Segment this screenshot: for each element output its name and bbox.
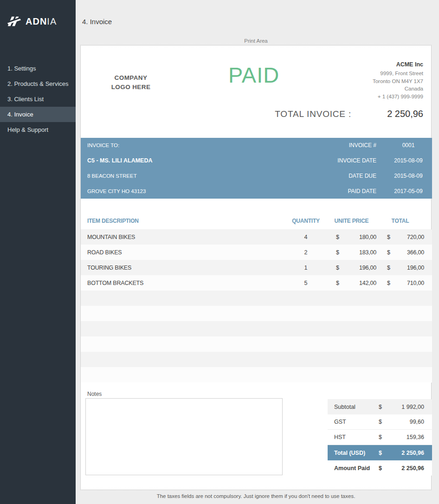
- item-row-empty[interactable]: [81, 352, 432, 367]
- logo-placeholder-line2: LOGO HERE: [94, 83, 168, 92]
- notes-label: Notes: [87, 391, 102, 397]
- company-info-block: ACME Inc 9999, Front Street Toronto ON M…: [373, 61, 423, 100]
- hst-value[interactable]: 159,36: [393, 434, 432, 440]
- date-due-value[interactable]: 2015-08-09: [385, 168, 432, 184]
- item-unit-price-cell[interactable]: $180,00: [327, 234, 376, 240]
- item-row[interactable]: ROAD BIKES 2 $183,00 $366,00: [81, 245, 432, 260]
- item-total-cell: $710,00: [376, 280, 424, 286]
- sidebar-item-clients-list[interactable]: 3. Clients List: [0, 91, 76, 107]
- item-row-empty[interactable]: [81, 291, 432, 306]
- item-quantity-cell[interactable]: 1: [285, 265, 327, 271]
- app-logo: ADNIA: [0, 0, 76, 27]
- item-description-cell[interactable]: MOUNTAIN BIKES: [81, 234, 285, 240]
- item-description-cell[interactable]: ROAD BIKES: [81, 249, 285, 256]
- currency-symbol: $: [376, 234, 390, 240]
- item-description-cell[interactable]: TOURING BIKES: [81, 265, 285, 271]
- subtotal-row: Subtotal $ 1 992,00: [328, 399, 432, 414]
- logo-placeholder-line1: COMPANY: [94, 73, 168, 83]
- item-row-empty[interactable]: [81, 367, 432, 382]
- invoice-date-label: INVOICE DATE: [266, 153, 376, 168]
- page-title: 4. Invoice: [82, 18, 112, 26]
- item-unit-price-cell[interactable]: $196,00: [327, 265, 376, 271]
- col-header-unit-price: UNITE PRICE: [327, 218, 376, 224]
- items-table-rows: MOUNTAIN BIKES 4 $180,00 $720,00 ROAD BI…: [81, 229, 432, 382]
- taxes-footer-note: The taxes fields are not compulsory. Jus…: [80, 493, 432, 499]
- total-usd-row: Total (USD) $ 2 250,96: [328, 445, 432, 460]
- currency-symbol: $: [376, 280, 390, 286]
- item-description-cell[interactable]: BOTTOM BRACKETS: [81, 280, 285, 286]
- items-table-header: ITEM DESCRIPTION QUANTITY UNITE PRICE TO…: [81, 214, 432, 228]
- currency-symbol: $: [379, 419, 393, 425]
- item-total-cell: $720,00: [376, 234, 424, 240]
- band-row: 8 BEACON STREET DATE DUE 2015-08-09: [81, 168, 432, 184]
- notes-input[interactable]: [85, 398, 283, 475]
- gst-value[interactable]: 99,60: [393, 419, 432, 425]
- company-name: ACME Inc: [373, 61, 423, 68]
- currency-symbol: $: [327, 249, 339, 256]
- gst-row: GST $ 99,60: [328, 414, 432, 430]
- company-address-line: Canada: [373, 85, 423, 93]
- unit-price-value: 142,00: [359, 280, 376, 286]
- total-invoice-value: 2 250,96: [387, 109, 423, 119]
- item-row[interactable]: MOUNTAIN BIKES 4 $180,00 $720,00: [81, 229, 432, 245]
- item-row[interactable]: TOURING BIKES 1 $196,00 $196,00: [81, 260, 432, 275]
- item-total-cell: $366,00: [376, 249, 424, 256]
- date-due-label: DATE DUE: [266, 168, 376, 184]
- item-row[interactable]: BOTTOM BRACKETS 5 $142,00 $710,00: [81, 275, 432, 291]
- total-usd-label: Total (USD): [328, 450, 379, 456]
- col-header-item-description: ITEM DESCRIPTION: [81, 218, 285, 224]
- currency-symbol: $: [379, 404, 393, 410]
- invoice-date-value[interactable]: 2015-08-09: [385, 153, 432, 168]
- currency-symbol: $: [327, 265, 339, 271]
- sidebar-item-help-support[interactable]: Help & Support: [0, 122, 76, 137]
- currency-symbol: $: [376, 265, 390, 271]
- item-quantity-cell[interactable]: 4: [285, 234, 327, 240]
- unit-price-value: 183,00: [359, 249, 376, 256]
- sidebar-item-settings[interactable]: 1. Settings: [0, 61, 76, 76]
- company-phone: + 1 (437) 999-9999: [373, 93, 423, 101]
- col-header-total: TOTAL: [376, 218, 424, 224]
- bill-to-band: INVOICE TO: INVOICE # 0001 C5 - MS. LILI…: [81, 138, 432, 199]
- line-total-value: 366,00: [407, 249, 424, 256]
- print-area-label: Print Area: [80, 38, 432, 44]
- paid-date-value[interactable]: 2017-05-09: [385, 184, 432, 199]
- currency-symbol: $: [327, 280, 339, 286]
- hst-label: HST: [328, 434, 379, 440]
- item-row-empty[interactable]: [81, 336, 432, 352]
- total-invoice-label: TOTAL INVOICE :: [275, 109, 351, 119]
- main-content: 4. Invoice Print Area COMPANY LOGO HERE …: [76, 0, 439, 504]
- sidebar-item-invoice[interactable]: 4. Invoice: [0, 107, 76, 122]
- item-quantity-cell[interactable]: 2: [285, 249, 327, 256]
- item-unit-price-cell[interactable]: $183,00: [327, 249, 376, 256]
- gst-label: GST: [328, 419, 379, 425]
- invoice-number-label: INVOICE #: [266, 138, 376, 153]
- client-name[interactable]: C5 - MS. LILI ALAMEDA: [87, 153, 153, 168]
- band-row: GROVE CITY HO 43123 PAID DATE 2017-05-09: [81, 184, 432, 199]
- total-usd-value: 2 250,96: [393, 450, 432, 456]
- client-address-street: 8 BEACON STREET: [87, 168, 137, 184]
- sidebar-menu: 1. Settings 2. Products & Services 3. Cl…: [0, 61, 76, 137]
- company-address-line: 9999, Front Street: [373, 70, 423, 78]
- app-logo-text: ADNIA: [26, 16, 57, 27]
- currency-symbol: $: [379, 465, 393, 472]
- sidebar-item-products-services[interactable]: 2. Products & Services: [0, 76, 76, 91]
- invoice-print-area: COMPANY LOGO HERE PAID ACME Inc 9999, Fr…: [80, 45, 432, 490]
- item-total-cell: $196,00: [376, 265, 424, 271]
- totals-summary: Subtotal $ 1 992,00 GST $ 99,60 HST $ 15…: [328, 399, 432, 476]
- adnia-logo-icon: [6, 16, 21, 27]
- band-row: INVOICE TO: INVOICE # 0001: [81, 138, 432, 153]
- item-unit-price-cell[interactable]: $142,00: [327, 280, 376, 286]
- item-row-empty[interactable]: [81, 306, 432, 321]
- currency-symbol: $: [327, 234, 339, 240]
- company-logo-placeholder: COMPANY LOGO HERE: [94, 73, 168, 92]
- item-quantity-cell[interactable]: 5: [285, 280, 327, 286]
- item-row-empty[interactable]: [81, 321, 432, 336]
- band-row: C5 - MS. LILI ALAMEDA INVOICE DATE 2015-…: [81, 153, 432, 168]
- invoice-number-value[interactable]: 0001: [385, 138, 432, 153]
- currency-symbol: $: [379, 450, 393, 456]
- currency-symbol: $: [379, 434, 393, 440]
- amount-paid-value[interactable]: 2 250,96: [393, 465, 432, 472]
- amount-paid-row: Amount Paid $ 2 250,96: [328, 460, 432, 476]
- paid-date-label: PAID DATE: [266, 184, 376, 199]
- line-total-value: 710,00: [407, 280, 424, 286]
